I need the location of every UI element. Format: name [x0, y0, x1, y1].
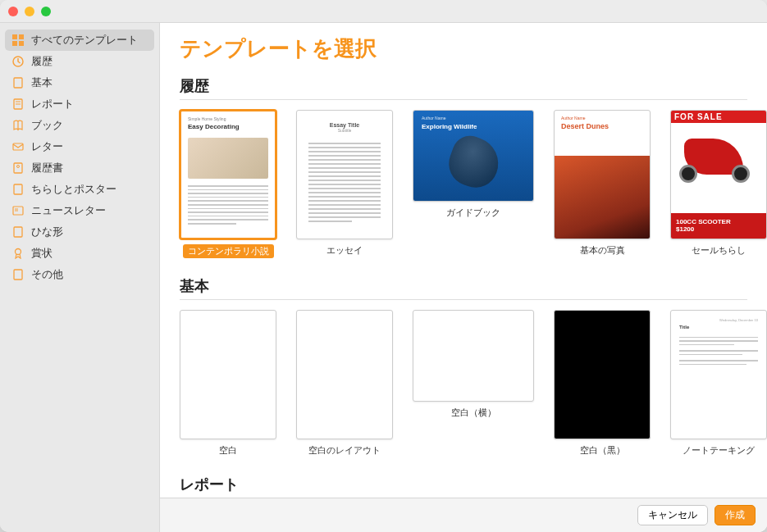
- thumb-heading: FOR SALE: [671, 111, 766, 123]
- svg-rect-1: [19, 34, 24, 39]
- sidebar-item-letter[interactable]: レター: [0, 136, 159, 157]
- template-thumb: Author Name Exploring Wildlife: [413, 110, 534, 202]
- template-thumb: [296, 310, 393, 439]
- sidebar-item-basic[interactable]: 基本: [0, 72, 159, 93]
- thumb-title: Title: [679, 323, 758, 332]
- sidebar-item-label: すべてのテンプレート: [31, 33, 138, 48]
- sidebar-item-label: 履歴書: [31, 161, 63, 175]
- sidebar-item-report[interactable]: レポート: [0, 93, 159, 115]
- doc-icon: [11, 225, 25, 239]
- sidebar-item-label: レポート: [31, 97, 74, 111]
- template-guidebook[interactable]: Author Name Exploring Wildlife ガイドブック: [413, 110, 534, 258]
- template-thumb: Wednesday, December 10 Title: [670, 310, 767, 439]
- section-title-recent: 履歴: [180, 76, 747, 100]
- svg-rect-3: [19, 41, 24, 46]
- svg-rect-16: [14, 227, 22, 237]
- template-label: コンテンポラリ小説: [183, 244, 274, 258]
- template-contemporary-novel[interactable]: Simple Home Styling Easy Decorating コンテン…: [180, 110, 276, 258]
- svg-rect-9: [13, 143, 23, 150]
- section-title-report: レポート: [180, 475, 747, 498]
- thumb-image: [674, 125, 763, 191]
- main-area: テンプレートを選択 履歴 Simple Home Styling Easy De…: [160, 23, 767, 532]
- template-thumb: [180, 310, 276, 439]
- sidebar-item-label: ちらしとポスター: [31, 182, 116, 197]
- sidebar-item-all-templates[interactable]: すべてのテンプレート: [5, 30, 154, 51]
- sidebar-item-newsletter[interactable]: ニュースレター: [0, 200, 159, 221]
- template-thumb: Simple Home Styling Easy Decorating: [180, 110, 276, 239]
- sidebar-item-certificate[interactable]: 賞状: [0, 243, 159, 264]
- thumb-lines: [188, 185, 268, 227]
- template-blank-layout[interactable]: 空白のレイアウト: [296, 310, 393, 457]
- section-title-basic: 基本: [180, 276, 747, 300]
- template-blank[interactable]: 空白: [180, 310, 276, 457]
- news-icon: [11, 204, 25, 217]
- svg-rect-2: [12, 41, 17, 46]
- sidebar-item-other[interactable]: その他: [0, 264, 159, 285]
- sidebar-item-book[interactable]: ブック: [0, 115, 159, 136]
- thumb-title: Exploring Wildlife: [422, 124, 477, 131]
- doc-icon: [11, 98, 25, 111]
- sidebar-item-resume[interactable]: 履歴書: [0, 157, 159, 179]
- sidebar-item-label: ひな形: [31, 225, 63, 239]
- doc-icon: [11, 183, 25, 196]
- cancel-button[interactable]: キャンセル: [637, 505, 708, 525]
- titlebar: [0, 0, 767, 23]
- sidebar-item-stationery[interactable]: ひな形: [0, 221, 159, 243]
- award-icon: [11, 247, 25, 260]
- svg-rect-0: [12, 34, 17, 39]
- template-note-taking[interactable]: Wednesday, December 10 Title: [670, 310, 767, 457]
- sidebar-item-label: その他: [31, 267, 63, 282]
- sidebar-item-label: 履歴: [31, 54, 53, 69]
- traffic-lights: [8, 7, 51, 16]
- template-essay[interactable]: Essay Title Subtitle エッセイ: [296, 110, 393, 258]
- sidebar-item-label: 賞状: [31, 246, 53, 261]
- sidebar-item-flyer[interactable]: ちらしとポスター: [0, 179, 159, 200]
- doc-icon: [11, 161, 25, 175]
- template-label: ノートテーキング: [683, 444, 755, 457]
- grid-icon: [11, 34, 25, 47]
- template-label: 空白（横）: [451, 407, 496, 419]
- template-blank-landscape[interactable]: 空白（横）: [413, 310, 534, 457]
- svg-point-17: [16, 249, 21, 255]
- footer: キャンセル 作成: [160, 498, 767, 532]
- template-sale-flyer[interactable]: FOR SALE 100CC SCOOTER $1200 セール: [670, 110, 767, 258]
- template-row-recent: Simple Home Styling Easy Decorating コンテン…: [180, 110, 747, 258]
- sidebar-item-label: レター: [31, 139, 63, 154]
- template-label: ガイドブック: [446, 207, 500, 219]
- fullscreen-icon[interactable]: [41, 7, 51, 16]
- template-thumb: [554, 310, 651, 439]
- template-label: 空白: [219, 444, 237, 457]
- sidebar-item-label: ブック: [31, 118, 63, 133]
- svg-point-11: [17, 166, 20, 168]
- template-label: セールちらし: [692, 244, 746, 257]
- sidebar-item-label: ニュースレター: [31, 203, 106, 218]
- thumb-title: Easy Decorating: [188, 123, 240, 130]
- template-thumb: FOR SALE 100CC SCOOTER $1200: [670, 110, 767, 239]
- thumb-image: [555, 156, 650, 239]
- thumb-price: 100CC SCOOTER $1200: [671, 213, 766, 239]
- template-row-basic: 空白 空白のレイアウト 空白（横） 空白（黒）: [180, 310, 747, 457]
- doc-icon: [11, 268, 25, 281]
- svg-rect-12: [14, 184, 22, 194]
- template-blank-black[interactable]: 空白（黒）: [554, 310, 651, 457]
- template-thumb: Essay Title Subtitle: [296, 110, 393, 239]
- svg-rect-5: [14, 78, 22, 88]
- template-basic-photo[interactable]: Author Name Desert Dunes 基本の写真: [554, 110, 651, 258]
- svg-rect-18: [14, 270, 22, 280]
- thumb-subtitle: Subtitle: [297, 128, 392, 133]
- thumb-pretext: Simple Home Styling: [188, 116, 226, 121]
- sidebar-item-recent[interactable]: 履歴: [0, 51, 159, 72]
- template-label: 空白のレイアウト: [308, 444, 381, 457]
- thumb-title: Desert Dunes: [561, 122, 609, 130]
- close-icon[interactable]: [8, 7, 18, 16]
- create-button[interactable]: 作成: [714, 505, 756, 525]
- sidebar: すべてのテンプレート 履歴 基本 レポート ブック レター: [0, 23, 160, 532]
- template-chooser-window: すべてのテンプレート 履歴 基本 レポート ブック レター: [0, 0, 767, 532]
- doc-icon: [11, 76, 25, 89]
- template-label: 基本の写真: [580, 244, 625, 257]
- thumb-author: Author Name: [422, 116, 445, 120]
- sidebar-item-label: 基本: [31, 75, 53, 90]
- minimize-icon[interactable]: [25, 7, 34, 16]
- thumb-title: Essay Title: [297, 122, 392, 128]
- template-thumb: Author Name Desert Dunes: [554, 110, 651, 239]
